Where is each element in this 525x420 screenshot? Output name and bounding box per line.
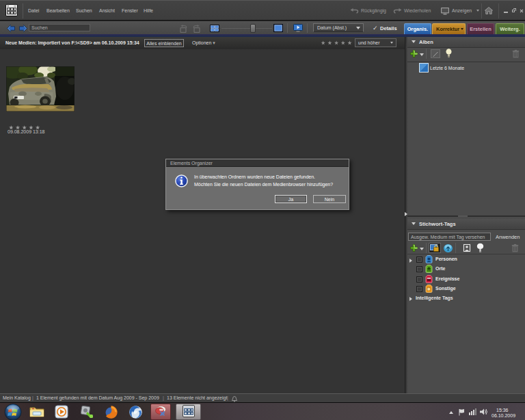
svg-text:✱: ✱ [427,287,431,291]
